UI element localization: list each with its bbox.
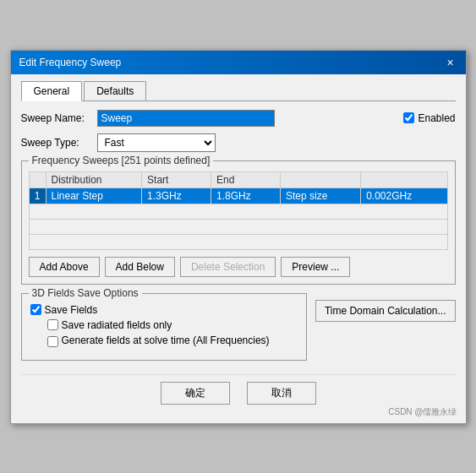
bottom-section: 3D Fields Save Options Save Fields Save …: [21, 293, 456, 369]
dialog-content: General Defaults Sweep Name: Enabled Swe…: [11, 74, 466, 423]
col-4: [280, 171, 360, 188]
fields-group: 3D Fields Save Options Save Fields Save …: [21, 293, 307, 361]
add-below-button[interactable]: Add Below: [105, 257, 175, 277]
time-domain-section: Time Domain Calculation...: [315, 293, 456, 322]
row-col4: Step size: [280, 188, 360, 204]
save-radiated-row: Save radiated fields only: [47, 319, 298, 331]
sweep-table-header: Distribution Start End: [29, 171, 447, 188]
table-row-empty-2: [29, 219, 447, 234]
generate-fields-label: Generate fields at solve time (All Frequ…: [62, 334, 270, 346]
confirm-button[interactable]: 确定: [161, 382, 230, 405]
enabled-label: Enabled: [418, 112, 455, 124]
cancel-button[interactable]: 取消: [247, 382, 316, 405]
table-button-row: Add Above Add Below Delete Selection Pre…: [29, 257, 448, 277]
generate-fields-row: Generate fields at solve time (All Frequ…: [47, 334, 298, 347]
add-above-button[interactable]: Add Above: [29, 257, 100, 277]
col-start: Start: [142, 171, 211, 188]
col-5: [361, 171, 447, 188]
dialog-title: Edit Frequency Sweep: [19, 57, 122, 68]
watermark: CSDN @儒雅永绿: [388, 406, 457, 418]
sweep-type-row: Sweep Type: Fast Interpolating Discrete: [21, 133, 456, 152]
row-col5: 0.002GHz: [361, 188, 447, 204]
row-start: 1.3GHz: [142, 188, 211, 204]
tab-defaults[interactable]: Defaults: [84, 81, 146, 101]
frequency-sweeps-group: Frequency Sweeps [251 points defined] Di…: [21, 160, 456, 285]
row-num: 1: [29, 188, 46, 204]
sweep-table: Distribution Start End 1 Linear Step 1.3…: [29, 171, 448, 250]
fields-options: Save Fields Save radiated fields only Ge…: [30, 301, 298, 351]
sweep-name-input[interactable]: [97, 110, 275, 127]
save-fields-row: Save Fields: [30, 304, 298, 316]
row-end: 1.8GHz: [211, 188, 281, 204]
table-row-empty-1: [29, 204, 447, 219]
dialog: Edit Frequency Sweep × General Defaults …: [10, 50, 467, 424]
table-row-empty-3: [29, 234, 447, 249]
enabled-checkbox-label[interactable]: Enabled: [403, 112, 455, 124]
generate-fields-checkbox[interactable]: [47, 336, 58, 347]
row-distribution: Linear Step: [46, 188, 142, 204]
tab-general[interactable]: General: [21, 81, 83, 101]
col-distribution: Distribution: [46, 171, 142, 188]
col-end: End: [211, 171, 281, 188]
fields-legend: 3D Fields Save Options: [29, 287, 142, 299]
close-button[interactable]: ×: [444, 56, 457, 69]
table-row[interactable]: 1 Linear Step 1.3GHz 1.8GHz Step size 0.…: [29, 188, 447, 204]
col-num: [29, 171, 46, 188]
save-radiated-checkbox[interactable]: [47, 319, 58, 330]
tabs: General Defaults: [21, 81, 456, 101]
sweep-type-label: Sweep Type:: [21, 137, 97, 149]
sweep-name-row: Sweep Name: Enabled: [21, 110, 456, 127]
preview-button[interactable]: Preview ...: [281, 257, 350, 277]
time-domain-button[interactable]: Time Domain Calculation...: [315, 300, 456, 322]
enabled-checkbox[interactable]: [403, 112, 414, 123]
save-radiated-label: Save radiated fields only: [62, 319, 172, 331]
save-fields-label: Save Fields: [45, 304, 98, 316]
delete-selection-button[interactable]: Delete Selection: [180, 257, 276, 277]
title-bar: Edit Frequency Sweep ×: [11, 51, 466, 74]
frequency-sweeps-legend: Frequency Sweeps [251 points defined]: [29, 155, 214, 166]
sweep-name-label: Sweep Name:: [21, 112, 97, 124]
sweep-type-select[interactable]: Fast Interpolating Discrete: [97, 133, 216, 152]
save-fields-checkbox[interactable]: [30, 304, 41, 315]
